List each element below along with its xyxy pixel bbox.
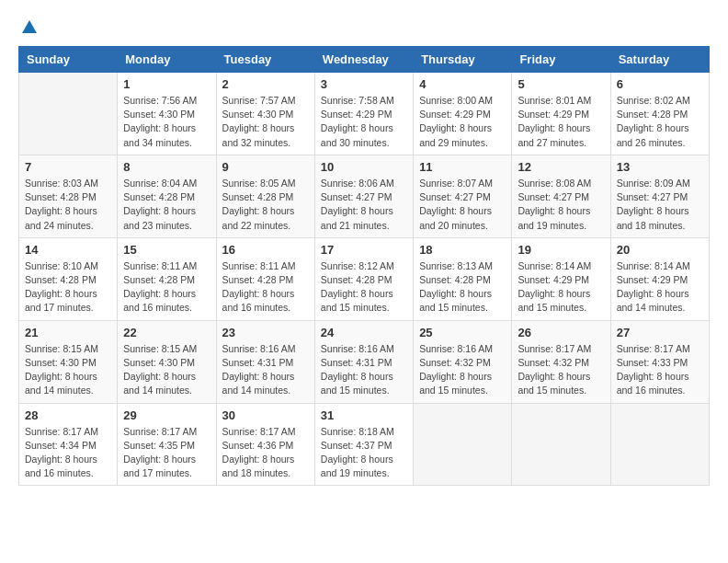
calendar-cell: 7Sunrise: 8:03 AM Sunset: 4:28 PM Daylig… <box>19 155 118 237</box>
day-info: Sunrise: 8:01 AM Sunset: 4:29 PM Dayligh… <box>518 94 604 150</box>
calendar-cell: 26Sunrise: 8:17 AM Sunset: 4:32 PM Dayli… <box>512 320 610 403</box>
day-info: Sunrise: 8:17 AM Sunset: 4:36 PM Dayligh… <box>222 425 309 481</box>
calendar-cell: 4Sunrise: 8:00 AM Sunset: 4:29 PM Daylig… <box>414 73 512 155</box>
day-number: 26 <box>518 326 604 339</box>
calendar-cell: 17Sunrise: 8:12 AM Sunset: 4:28 PM Dayli… <box>314 237 413 320</box>
day-info: Sunrise: 8:12 AM Sunset: 4:28 PM Dayligh… <box>321 259 407 316</box>
day-number: 31 <box>321 408 407 422</box>
calendar-cell <box>414 403 512 486</box>
calendar-cell: 21Sunrise: 8:15 AM Sunset: 4:30 PM Dayli… <box>19 320 118 403</box>
day-info: Sunrise: 8:11 AM Sunset: 4:28 PM Dayligh… <box>123 259 210 316</box>
day-info: Sunrise: 8:16 AM Sunset: 4:31 PM Dayligh… <box>321 342 407 398</box>
day-info: Sunrise: 8:13 AM Sunset: 4:28 PM Dayligh… <box>419 259 506 316</box>
day-info: Sunrise: 8:00 AM Sunset: 4:29 PM Dayligh… <box>419 94 506 150</box>
svg-marker-0 <box>22 20 37 33</box>
calendar-cell: 12Sunrise: 8:08 AM Sunset: 4:27 PM Dayli… <box>512 155 610 237</box>
day-number: 3 <box>321 77 407 91</box>
calendar-cell: 9Sunrise: 8:05 AM Sunset: 4:28 PM Daylig… <box>216 155 314 237</box>
day-number: 29 <box>123 408 210 422</box>
calendar-week-row: 28Sunrise: 8:17 AM Sunset: 4:34 PM Dayli… <box>19 403 710 486</box>
day-number: 2 <box>222 77 309 91</box>
calendar-cell: 27Sunrise: 8:17 AM Sunset: 4:33 PM Dayli… <box>610 320 709 403</box>
day-info: Sunrise: 8:14 AM Sunset: 4:29 PM Dayligh… <box>518 259 604 316</box>
calendar-cell: 1Sunrise: 7:56 AM Sunset: 4:30 PM Daylig… <box>118 73 216 155</box>
calendar-week-row: 7Sunrise: 8:03 AM Sunset: 4:28 PM Daylig… <box>19 155 710 237</box>
calendar-cell: 10Sunrise: 8:06 AM Sunset: 4:27 PM Dayli… <box>314 155 413 237</box>
calendar-cell: 30Sunrise: 8:17 AM Sunset: 4:36 PM Dayli… <box>216 403 314 486</box>
calendar-cell <box>512 403 610 486</box>
day-number: 17 <box>321 243 407 257</box>
day-info: Sunrise: 8:14 AM Sunset: 4:29 PM Dayligh… <box>617 259 703 316</box>
calendar-cell: 18Sunrise: 8:13 AM Sunset: 4:28 PM Dayli… <box>414 237 512 320</box>
day-info: Sunrise: 7:56 AM Sunset: 4:30 PM Dayligh… <box>123 94 210 150</box>
day-number: 24 <box>321 326 407 339</box>
day-info: Sunrise: 7:57 AM Sunset: 4:30 PM Dayligh… <box>222 94 309 150</box>
day-info: Sunrise: 7:58 AM Sunset: 4:29 PM Dayligh… <box>321 94 407 150</box>
calendar-cell: 24Sunrise: 8:16 AM Sunset: 4:31 PM Dayli… <box>314 320 413 403</box>
day-number: 10 <box>321 160 407 174</box>
day-number: 1 <box>123 77 210 91</box>
day-info: Sunrise: 8:04 AM Sunset: 4:28 PM Dayligh… <box>123 177 210 233</box>
day-info: Sunrise: 8:02 AM Sunset: 4:28 PM Dayligh… <box>617 94 703 150</box>
day-number: 6 <box>617 77 703 91</box>
day-info: Sunrise: 8:06 AM Sunset: 4:27 PM Dayligh… <box>321 177 407 233</box>
day-info: Sunrise: 8:09 AM Sunset: 4:27 PM Dayligh… <box>617 177 703 233</box>
day-number: 15 <box>123 243 210 257</box>
day-info: Sunrise: 8:05 AM Sunset: 4:28 PM Dayligh… <box>222 177 309 233</box>
calendar-cell: 29Sunrise: 8:17 AM Sunset: 4:35 PM Dayli… <box>118 403 216 486</box>
day-info: Sunrise: 8:11 AM Sunset: 4:28 PM Dayligh… <box>222 259 309 316</box>
day-info: Sunrise: 8:17 AM Sunset: 4:32 PM Dayligh… <box>518 342 604 398</box>
day-info: Sunrise: 8:17 AM Sunset: 4:33 PM Dayligh… <box>617 342 703 398</box>
day-number: 9 <box>222 160 309 174</box>
calendar-table: SundayMondayTuesdayWednesdayThursdayFrid… <box>18 46 710 486</box>
calendar-cell: 20Sunrise: 8:14 AM Sunset: 4:29 PM Dayli… <box>610 237 709 320</box>
calendar-cell: 25Sunrise: 8:16 AM Sunset: 4:32 PM Dayli… <box>414 320 512 403</box>
calendar-header-sunday: Sunday <box>19 47 118 73</box>
page-header <box>18 18 710 37</box>
day-number: 21 <box>25 326 111 339</box>
day-info: Sunrise: 8:18 AM Sunset: 4:37 PM Dayligh… <box>321 425 407 481</box>
calendar-week-row: 1Sunrise: 7:56 AM Sunset: 4:30 PM Daylig… <box>19 73 710 155</box>
calendar-cell: 14Sunrise: 8:10 AM Sunset: 4:28 PM Dayli… <box>19 237 118 320</box>
day-number: 5 <box>518 77 604 91</box>
calendar-cell: 19Sunrise: 8:14 AM Sunset: 4:29 PM Dayli… <box>512 237 610 320</box>
calendar-cell: 2Sunrise: 7:57 AM Sunset: 4:30 PM Daylig… <box>216 73 314 155</box>
day-number: 25 <box>419 326 506 339</box>
calendar-header-thursday: Thursday <box>414 47 512 73</box>
logo <box>18 18 39 37</box>
day-info: Sunrise: 8:03 AM Sunset: 4:28 PM Dayligh… <box>25 177 111 233</box>
day-info: Sunrise: 8:07 AM Sunset: 4:27 PM Dayligh… <box>419 177 506 233</box>
calendar-cell <box>610 403 709 486</box>
day-number: 13 <box>617 160 703 174</box>
calendar-cell: 8Sunrise: 8:04 AM Sunset: 4:28 PM Daylig… <box>118 155 216 237</box>
day-number: 8 <box>123 160 210 174</box>
calendar-cell: 16Sunrise: 8:11 AM Sunset: 4:28 PM Dayli… <box>216 237 314 320</box>
day-number: 23 <box>222 326 309 339</box>
calendar-header-wednesday: Wednesday <box>314 47 413 73</box>
day-info: Sunrise: 8:10 AM Sunset: 4:28 PM Dayligh… <box>25 259 111 316</box>
day-info: Sunrise: 8:16 AM Sunset: 4:31 PM Dayligh… <box>222 342 309 398</box>
calendar-header-friday: Friday <box>512 47 610 73</box>
day-number: 16 <box>222 243 309 257</box>
day-info: Sunrise: 8:15 AM Sunset: 4:30 PM Dayligh… <box>25 342 111 398</box>
day-number: 30 <box>222 408 309 422</box>
day-number: 22 <box>123 326 210 339</box>
calendar-cell <box>19 73 118 155</box>
calendar-cell: 23Sunrise: 8:16 AM Sunset: 4:31 PM Dayli… <box>216 320 314 403</box>
calendar-cell: 13Sunrise: 8:09 AM Sunset: 4:27 PM Dayli… <box>610 155 709 237</box>
calendar-header-monday: Monday <box>118 47 216 73</box>
day-number: 7 <box>25 160 111 174</box>
logo-icon <box>20 18 39 37</box>
calendar-week-row: 14Sunrise: 8:10 AM Sunset: 4:28 PM Dayli… <box>19 237 710 320</box>
calendar-cell: 5Sunrise: 8:01 AM Sunset: 4:29 PM Daylig… <box>512 73 610 155</box>
day-number: 27 <box>617 326 703 339</box>
day-number: 11 <box>419 160 506 174</box>
calendar-week-row: 21Sunrise: 8:15 AM Sunset: 4:30 PM Dayli… <box>19 320 710 403</box>
day-number: 20 <box>617 243 703 257</box>
day-info: Sunrise: 8:15 AM Sunset: 4:30 PM Dayligh… <box>123 342 210 398</box>
calendar-cell: 28Sunrise: 8:17 AM Sunset: 4:34 PM Dayli… <box>19 403 118 486</box>
day-info: Sunrise: 8:16 AM Sunset: 4:32 PM Dayligh… <box>419 342 506 398</box>
calendar-cell: 22Sunrise: 8:15 AM Sunset: 4:30 PM Dayli… <box>118 320 216 403</box>
day-number: 18 <box>419 243 506 257</box>
calendar-cell: 11Sunrise: 8:07 AM Sunset: 4:27 PM Dayli… <box>414 155 512 237</box>
